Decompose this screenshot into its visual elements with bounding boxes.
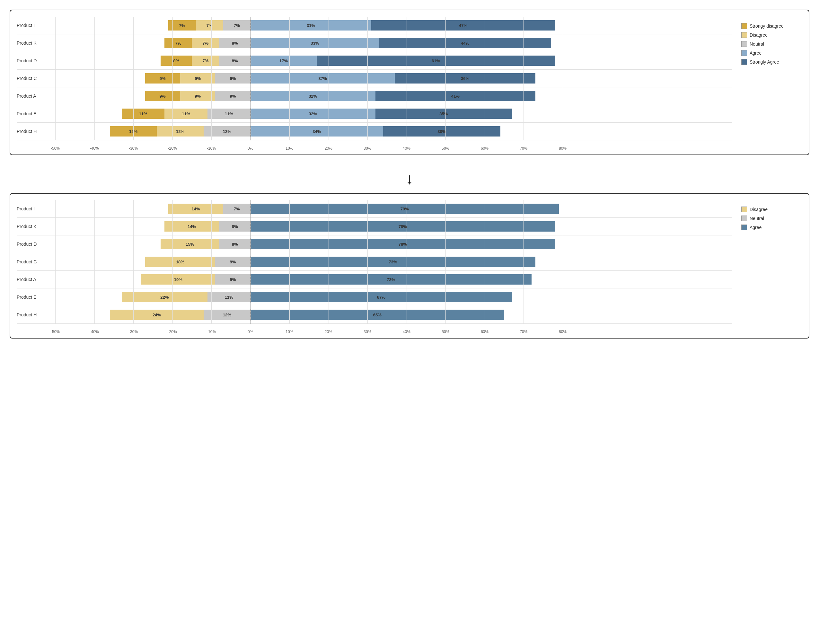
chart2-row: Product A19%9%72% xyxy=(17,271,732,288)
legend-swatch xyxy=(741,224,747,230)
bar-segment: 11% xyxy=(122,109,165,119)
zero-line xyxy=(250,37,251,49)
bar-segment: 7% xyxy=(223,20,250,31)
row-label: Product D xyxy=(17,242,55,247)
bar-segment: 8% xyxy=(219,221,250,232)
legend-label: Strongly Agree xyxy=(750,60,779,64)
row-label: Product K xyxy=(17,224,55,229)
row-label: Product H xyxy=(17,129,55,134)
bar-segment: 12% xyxy=(157,126,204,136)
bar-area: 14%8%78% xyxy=(55,221,563,232)
legend-swatch xyxy=(741,23,747,29)
chart2-row: Product C18%9%73% xyxy=(17,253,732,271)
chart1-area: Product I7%7%7%31%47%Product K7%7%8%33%4… xyxy=(17,17,732,151)
axis-label: 0% xyxy=(248,330,253,334)
bar-segment: 11% xyxy=(164,109,207,119)
bar-area: 7%7%7%31%47% xyxy=(55,20,563,31)
legend-swatch xyxy=(741,216,747,221)
chart1-row: Product D8%7%8%17%61% xyxy=(17,52,732,70)
axis-label: -50% xyxy=(51,146,60,151)
axis-label: -30% xyxy=(129,146,138,151)
chart2-row: Product K14%8%78% xyxy=(17,218,732,235)
axis-label: 60% xyxy=(481,146,489,151)
axis-label: 70% xyxy=(520,146,528,151)
bar-segment: 14% xyxy=(168,204,223,214)
axis-label: 10% xyxy=(285,330,293,334)
row-label: Product K xyxy=(17,40,55,46)
legend-item: Neutral xyxy=(741,41,802,47)
row-label: Product E xyxy=(17,294,55,300)
bar-segment: 65% xyxy=(250,310,504,320)
zero-line xyxy=(250,291,251,303)
axis-label: 50% xyxy=(442,330,449,334)
bar-segment: 12% xyxy=(110,126,157,136)
axis-label: 40% xyxy=(403,330,411,334)
bar-segment: 9% xyxy=(145,73,180,83)
zero-line xyxy=(250,203,251,215)
bar-segment: 8% xyxy=(219,239,250,249)
bar-segment: 41% xyxy=(376,91,535,101)
bar-segment: 44% xyxy=(379,38,551,48)
axis-label: 80% xyxy=(559,330,567,334)
chart2-axis: -50%-40%-30%-20%-10%0%10%20%30%40%50%60%… xyxy=(17,325,732,335)
legend-item: Disagree xyxy=(741,207,802,212)
bar-segment: 22% xyxy=(122,292,207,302)
zero-line xyxy=(250,256,251,268)
legend-swatch xyxy=(741,32,747,38)
zero-line xyxy=(250,309,251,320)
legend-item: Agree xyxy=(741,50,802,56)
bar-area: 15%8%78% xyxy=(55,238,563,250)
chart1-row: Product E11%11%11%32%35% xyxy=(17,105,732,123)
bar-segment: 7% xyxy=(196,20,223,31)
legend-swatch xyxy=(741,207,747,212)
chart2-row: Product H24%12%65% xyxy=(17,306,732,324)
bar-segment: 78% xyxy=(250,239,555,249)
row-label: Product H xyxy=(17,312,55,317)
bar-segment: 18% xyxy=(145,257,216,267)
legend-label: Neutral xyxy=(750,41,764,47)
bar-segment: 9% xyxy=(215,257,250,267)
chart2-legend: DisagreeNeutralAgree xyxy=(732,200,802,233)
zero-line xyxy=(250,238,251,250)
axis-label: -10% xyxy=(207,330,216,334)
down-arrow: ↓ xyxy=(406,171,413,187)
axis-label: -40% xyxy=(90,146,99,151)
zero-line xyxy=(250,20,251,31)
bar-segment: 61% xyxy=(317,55,555,66)
bar-area: 7%7%8%33%44% xyxy=(55,37,563,49)
axis-label: 10% xyxy=(285,146,293,151)
axis-label: -10% xyxy=(207,146,216,151)
chart1-axis: -50%-40%-30%-20%-10%0%10%20%30%40%50%60%… xyxy=(17,142,732,151)
bar-segment: 7% xyxy=(164,38,192,48)
bar-segment: 12% xyxy=(204,310,250,320)
bar-area: 22%11%67% xyxy=(55,291,563,303)
bar-segment: 9% xyxy=(180,91,215,101)
legend-label: Strongy disagree xyxy=(750,23,784,29)
bar-segment: 9% xyxy=(215,274,250,285)
zero-line xyxy=(250,274,251,285)
chart2-rows: Product I14%7%79%Product K14%8%78%Produc… xyxy=(17,200,732,324)
bar-segment: 8% xyxy=(161,55,192,66)
bar-segment: 34% xyxy=(250,126,383,136)
bar-segment: 7% xyxy=(192,38,219,48)
axis-label: 40% xyxy=(403,146,411,151)
row-label: Product D xyxy=(17,58,55,63)
zero-line xyxy=(250,108,251,120)
row-label: Product A xyxy=(17,94,55,99)
axis-label: -30% xyxy=(129,330,138,334)
bar-segment: 79% xyxy=(250,204,559,214)
chart1-rows: Product I7%7%7%31%47%Product K7%7%8%33%4… xyxy=(17,17,732,140)
bar-segment: 35% xyxy=(376,109,512,119)
legend-item: Neutral xyxy=(741,216,802,221)
bar-segment: 32% xyxy=(250,109,376,119)
bar-area: 9%9%9%32%41% xyxy=(55,90,563,102)
bar-segment: 15% xyxy=(161,239,219,249)
bar-segment: 47% xyxy=(371,20,555,31)
bar-area: 11%11%11%32%35% xyxy=(55,108,563,120)
bar-segment: 33% xyxy=(250,38,379,48)
bar-segment: 8% xyxy=(219,38,250,48)
legend-label: Agree xyxy=(750,51,762,55)
legend-label: Agree xyxy=(750,225,762,230)
legend-swatch xyxy=(741,50,747,56)
bar-area: 24%12%65% xyxy=(55,309,563,320)
